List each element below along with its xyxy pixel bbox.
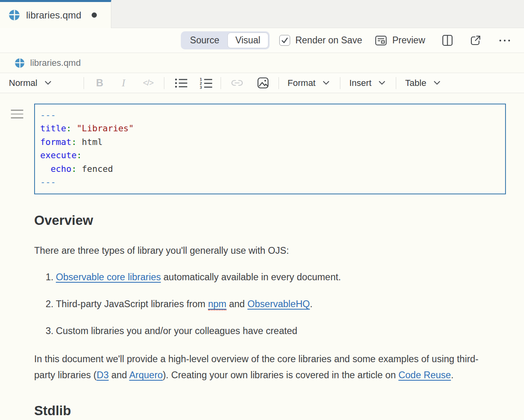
chevron-down-icon [379,81,385,85]
editor-toolbar: Source Visual Render on Save Preview [0,28,524,53]
chevron-down-icon [45,81,51,85]
bullet-list-button[interactable] [175,78,188,88]
source-mode-button[interactable]: Source [182,33,227,48]
yaml-line: format: html [40,135,500,149]
bold-button[interactable]: B [96,77,103,89]
toolbar-divider [278,77,279,89]
link-icon [231,80,243,86]
doc-link[interactable]: ObservableHQ [248,299,310,309]
render-on-save-label: Render on Save [295,35,362,46]
document-canvas: ---title: "Libraries"format: htmlexecute… [0,93,524,418]
render-on-save-checkbox[interactable] [279,35,290,46]
bullet-list-icon [175,78,188,88]
table-menu-label: Table [405,78,426,88]
text-run: and [108,370,129,380]
preview-button[interactable]: Preview [375,35,425,46]
tab-bar: libraries.qmd [0,0,524,28]
image-icon [257,77,269,89]
toolbar-divider [164,77,164,89]
section-heading-stdlib: Stdlib [34,403,506,418]
open-in-new-window-button[interactable] [470,35,481,46]
source-visual-toggle: Source Visual [181,31,270,49]
chevron-down-icon [434,81,440,85]
numbered-list-button[interactable]: 123 [200,77,213,89]
tab-title: libraries.qmd [26,10,81,21]
yaml-line: --- [40,175,500,189]
text-run: automatically available in every documen… [161,272,341,282]
text-run: and [226,299,247,309]
list-item-number: 3. [41,323,53,339]
format-menu-label: Format [288,78,316,88]
body-paragraph: In this document we'll provide a high-le… [34,351,492,383]
more-options-button[interactable] [498,39,511,43]
list-item-number: 2. [41,296,53,312]
list-item: 2.Third-party JavaScript libraries from … [34,296,506,312]
doc-link[interactable]: D3 [96,370,108,380]
toolbar-divider [221,77,221,89]
doc-link[interactable]: Observable core libraries [56,272,161,282]
numbered-list: 1.Observable core libraries automaticall… [34,269,506,339]
numbered-list-icon: 123 [200,77,213,89]
intro-paragraph: There are three types of library you'll … [34,243,492,259]
text-run: Custom libraries you and/or your colleag… [56,326,297,336]
yaml-line: --- [40,108,500,122]
yaml-line: title: "Libraries" [40,122,500,135]
text-run: . [310,299,313,309]
yaml-line: echo: fenced [40,162,500,175]
chevron-down-icon [323,81,330,85]
insert-link-button[interactable] [231,80,243,86]
doc-link[interactable]: npm [208,299,227,310]
inline-code-button[interactable]: </> [143,78,154,88]
insert-menu-label: Insert [349,78,371,88]
text-run: Third-party JavaScript libraries from [56,299,208,309]
insert-image-button[interactable] [257,77,269,89]
paragraph-style-dropdown[interactable]: Normal [9,78,51,88]
list-item-text: Custom libraries you and/or your colleag… [56,323,297,339]
preview-label: Preview [392,35,425,46]
list-item-number: 1. [41,269,53,285]
doc-link[interactable]: Arquero [129,370,163,380]
svg-text:3: 3 [200,85,202,89]
paragraph-style-value: Normal [9,78,37,88]
tab-libraries-qmd[interactable]: libraries.qmd [0,0,111,28]
table-menu[interactable]: Table [405,78,440,88]
breadcrumb: libraries.qmd [0,53,524,73]
section-heading-overview: Overview [34,213,506,228]
unsaved-changes-dot [92,12,97,18]
toolbar-divider [84,77,84,89]
doc-link[interactable]: Code Reuse [399,370,451,380]
breadcrumb-filename[interactable]: libraries.qmd [30,58,81,68]
quarto-file-icon [15,58,25,68]
tab-strip-empty-area [111,0,524,28]
split-pane-button[interactable] [442,35,453,46]
list-item: 3.Custom libraries you and/or your colle… [34,323,506,339]
insert-menu[interactable]: Insert [349,78,385,88]
render-on-save-group: Render on Save [279,35,362,46]
text-run: ). Creating your own libraries is covere… [163,370,398,380]
block-drag-handle[interactable] [11,110,23,121]
quarto-logo-icon [9,10,20,20]
toolbar-divider [340,77,340,89]
list-item: 1.Observable core libraries automaticall… [34,269,506,285]
text-run: . [451,370,454,380]
yaml-line: execute: [40,149,500,162]
italic-button[interactable]: I [120,77,127,89]
preview-panel-icon [375,35,387,46]
list-item-text: Observable core libraries automatically … [56,269,341,285]
yaml-front-matter-block[interactable]: ---title: "Libraries"format: htmlexecute… [34,104,506,194]
visual-mode-button[interactable]: Visual [227,33,268,48]
format-menu[interactable]: Format [288,78,330,88]
list-item-text: Third-party JavaScript libraries from np… [56,296,313,312]
toolbar-divider [396,77,396,89]
format-toolbar: Normal B I </> 123 [0,73,524,93]
